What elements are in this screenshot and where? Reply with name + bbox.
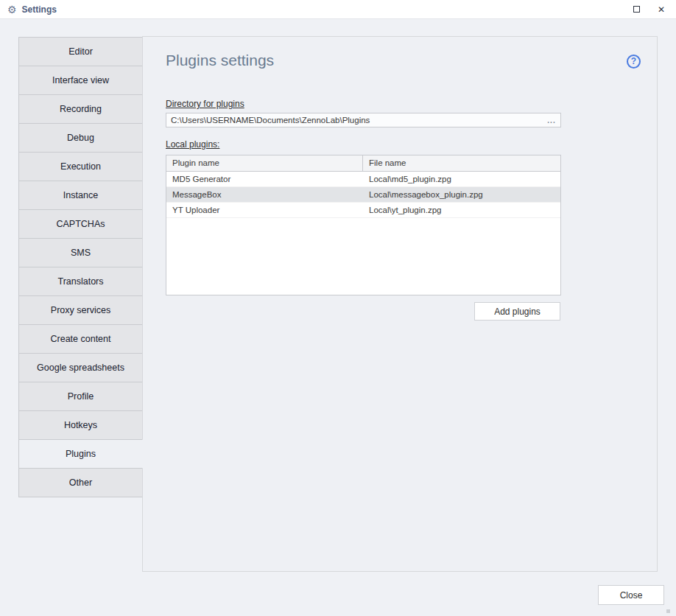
title-bar: ⚙ Settings ✕ <box>0 0 676 19</box>
plugins-directory-field-wrap: ... <box>166 113 561 127</box>
close-icon: ✕ <box>658 5 665 14</box>
maximize-button[interactable] <box>624 0 649 18</box>
resize-grip[interactable] <box>666 609 670 613</box>
sidebar-item-debug[interactable]: Debug <box>18 123 143 153</box>
close-window-button[interactable]: ✕ <box>649 0 674 18</box>
sidebar-item-editor[interactable]: Editor <box>18 37 143 66</box>
table-row-messagebox[interactable]: MessageBox Local\messagebox_plugin.zpg <box>166 187 560 203</box>
cell-plugin-name: MessageBox <box>166 187 363 202</box>
settings-window: ⚙ Settings ✕ Editor Interface view Recor… <box>0 0 676 616</box>
plugins-settings-panel: Plugins settings ? Directory for plugins… <box>142 36 658 572</box>
table-header-row: Plugin name File name <box>166 155 560 172</box>
table-row-yt-uploader[interactable]: YT Uploader Local\yt_plugin.zpg <box>166 203 560 218</box>
sidebar-item-translators[interactable]: Translators <box>18 267 143 296</box>
local-plugins-table: Plugin name File name MD5 Generator Loca… <box>166 155 561 295</box>
window-controls: ✕ <box>624 0 676 18</box>
sidebar-item-google-spreadsheets[interactable]: Google spreadsheets <box>18 353 143 382</box>
local-plugins-label: Local plugins: <box>166 139 219 150</box>
help-icon[interactable]: ? <box>627 55 641 69</box>
sidebar-item-profile[interactable]: Profile <box>18 382 143 411</box>
sidebar-item-hotkeys[interactable]: Hotkeys <box>18 410 143 440</box>
close-button[interactable]: Close <box>598 585 664 605</box>
sidebar-item-sms[interactable]: SMS <box>18 238 143 267</box>
sidebar-item-plugins[interactable]: Plugins <box>18 439 143 469</box>
cell-plugin-name: YT Uploader <box>166 203 363 217</box>
column-header-file-name[interactable]: File name <box>363 155 560 171</box>
sidebar-item-execution[interactable]: Execution <box>18 152 143 181</box>
sidebar-item-proxy-services[interactable]: Proxy services <box>18 295 143 325</box>
sidebar-item-recording[interactable]: Recording <box>18 94 143 124</box>
table-row-md5-generator[interactable]: MD5 Generator Local\md5_plugin.zpg <box>166 172 560 187</box>
sidebar-item-create-content[interactable]: Create content <box>18 324 143 354</box>
gear-icon: ⚙ <box>7 4 17 15</box>
plugins-directory-input[interactable] <box>166 113 543 127</box>
maximize-icon <box>633 6 640 13</box>
sidebar-item-instance[interactable]: Instance <box>18 181 143 210</box>
cell-file-name: Local\yt_plugin.zpg <box>363 203 560 217</box>
cell-plugin-name: MD5 Generator <box>166 172 363 186</box>
column-header-plugin-name[interactable]: Plugin name <box>166 155 363 171</box>
sidebar-item-interface-view[interactable]: Interface view <box>18 66 143 95</box>
cell-file-name: Local\messagebox_plugin.zpg <box>363 187 560 202</box>
window-title: Settings <box>22 4 57 15</box>
directory-for-plugins-label: Directory for plugins <box>166 99 244 109</box>
settings-sidebar: Editor Interface view Recording Debug Ex… <box>18 37 143 497</box>
sidebar-item-captchas[interactable]: CAPTCHAs <box>18 209 143 239</box>
browse-ellipsis-button[interactable]: ... <box>543 113 560 127</box>
sidebar-item-other[interactable]: Other <box>18 468 143 497</box>
page-title: Plugins settings <box>166 52 274 69</box>
add-plugins-button[interactable]: Add plugins <box>474 302 560 321</box>
cell-file-name: Local\md5_plugin.zpg <box>363 172 560 186</box>
